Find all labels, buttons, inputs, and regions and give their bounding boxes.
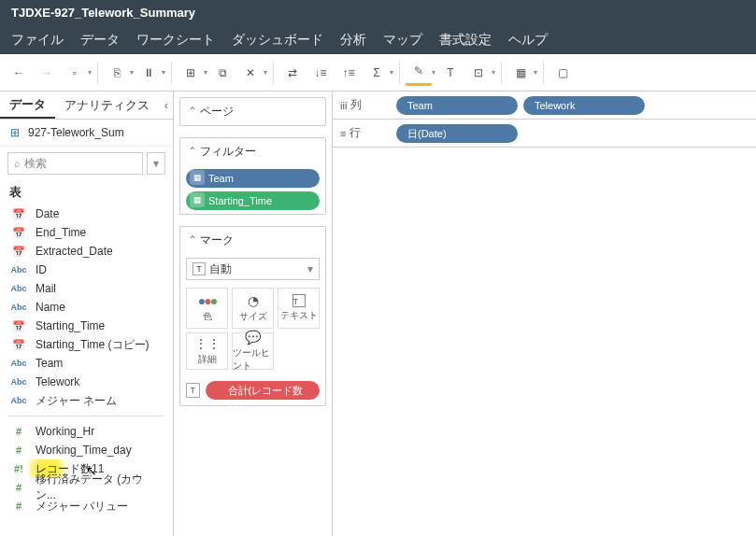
- redo-button[interactable]: →: [34, 60, 60, 86]
- pause-button[interactable]: ⏸: [136, 60, 162, 86]
- label-button[interactable]: T: [437, 60, 464, 86]
- field-label: Name: [36, 301, 65, 314]
- cards-column: ページ フィルター ▦Team▦Starting_Time マーク T 自動 ▾…: [174, 92, 333, 536]
- mark-color-button[interactable]: ●●●色: [186, 288, 228, 329]
- field-item[interactable]: AbcID: [0, 261, 173, 279]
- mark-text-button[interactable]: Tテキスト: [278, 288, 320, 329]
- presentation-button[interactable]: ▢: [549, 60, 576, 86]
- size-icon: ◔: [248, 293, 259, 308]
- field-type-icon: 📅: [9, 227, 28, 239]
- field-type-icon: Abc: [9, 284, 28, 293]
- field-item[interactable]: 📅Date: [0, 205, 173, 223]
- tables-heading: 表: [0, 180, 173, 205]
- field-type-icon: Abc: [9, 265, 28, 275]
- field-type-icon: #: [9, 444, 28, 456]
- canvas[interactable]: [333, 148, 756, 536]
- text-mark-pill[interactable]: 合計(レコード数11): [206, 381, 320, 400]
- menu-file[interactable]: ファイル: [11, 32, 64, 49]
- mark-tooltip-button[interactable]: 💬ツールヒント: [232, 332, 274, 370]
- menu-map[interactable]: マップ: [383, 32, 422, 49]
- mark-detail-button[interactable]: ⋮⋮詳細: [186, 332, 228, 370]
- filter-pill[interactable]: ▦Team: [186, 169, 320, 188]
- show-me-button[interactable]: ▦: [507, 60, 534, 86]
- text-mark-icon: T: [193, 262, 206, 275]
- highlight-button[interactable]: ✎: [406, 60, 432, 86]
- field-type-icon: Abc: [9, 377, 28, 387]
- clear-button[interactable]: ✕: [237, 60, 264, 86]
- field-item[interactable]: #Working_Time_day: [0, 441, 173, 459]
- field-type-icon: Abc: [9, 396, 28, 405]
- row-pill[interactable]: 日(Date): [396, 124, 518, 143]
- column-pill[interactable]: Team: [396, 96, 518, 115]
- menu-format[interactable]: 書式設定: [439, 32, 492, 49]
- field-item[interactable]: 📅Extracted_Date: [0, 242, 173, 261]
- search-input[interactable]: ⌕ 検索: [7, 152, 143, 175]
- color-dots-icon: ●●●: [198, 293, 216, 308]
- marks-card: マーク T 自動 ▾ ●●●色 ◔サイズ Tテキスト ⋮⋮詳細 💬ツールヒント …: [179, 226, 326, 406]
- rows-icon: ≡: [340, 128, 346, 139]
- datasource-icon: ⊞: [7, 125, 22, 140]
- new-datasource-button[interactable]: ⎘: [104, 60, 130, 86]
- field-item[interactable]: #メジャー バリュー: [0, 497, 173, 515]
- filters-shelf[interactable]: フィルター ▦Team▦Starting_Time: [179, 137, 326, 215]
- field-label: Date: [36, 207, 59, 220]
- columns-shelf[interactable]: iii列 TeamTelework: [333, 92, 756, 120]
- field-label: Working_Hr: [36, 425, 94, 438]
- rows-shelf[interactable]: ≡行 日(Date): [333, 120, 756, 148]
- field-label: メジャー ネーム: [36, 393, 117, 409]
- datasource-name[interactable]: 927-Telework_Sum: [28, 126, 124, 139]
- new-sheet-button[interactable]: ⊞: [178, 60, 204, 86]
- field-label: Extracted_Date: [36, 245, 113, 258]
- text-encoding-icon: T: [186, 383, 200, 398]
- field-label: Starting_Time (コピー): [36, 337, 150, 353]
- field-item[interactable]: AbcMail: [0, 279, 173, 298]
- mark-size-button[interactable]: ◔サイズ: [232, 288, 274, 329]
- field-item[interactable]: 📅Starting_Time: [0, 317, 173, 335]
- tab-analytics[interactable]: アナリティクス: [55, 92, 159, 119]
- tab-data[interactable]: データ: [0, 92, 55, 119]
- field-type-icon: Abc: [9, 303, 28, 312]
- field-item[interactable]: AbcTelework: [0, 373, 173, 391]
- tooltip-icon: 💬: [245, 330, 261, 345]
- data-pane: データ アナリティクス ‹ ⊞ 927-Telework_Sum ⌕ 検索 ▾ …: [0, 92, 174, 536]
- menu-data[interactable]: データ: [80, 32, 120, 49]
- field-type-icon: #!: [9, 463, 28, 474]
- field-label: Team: [36, 357, 63, 370]
- save-button[interactable]: ▫: [62, 60, 88, 86]
- duplicate-button[interactable]: ⧉: [209, 60, 235, 86]
- text-icon: T: [292, 294, 306, 307]
- field-label: Working_Time_day: [36, 444, 132, 457]
- field-label: メジャー バリュー: [36, 499, 128, 515]
- menu-analysis[interactable]: 分析: [340, 32, 366, 49]
- pane-collapse-icon[interactable]: ‹: [159, 99, 174, 112]
- fit-button[interactable]: ⊡: [465, 60, 492, 86]
- pages-shelf[interactable]: ページ: [179, 97, 326, 126]
- column-pill[interactable]: Telework: [523, 96, 645, 115]
- field-type-icon: #: [9, 426, 28, 437]
- search-options-button[interactable]: ▾: [147, 152, 165, 175]
- field-item[interactable]: 📅End_Time: [0, 223, 173, 242]
- mark-type-select[interactable]: T 自動 ▾: [186, 258, 320, 280]
- sort-desc-button[interactable]: ↑≡: [335, 60, 362, 86]
- columns-icon: iii: [340, 100, 347, 111]
- field-item[interactable]: #Working_Hr: [0, 422, 173, 441]
- field-item[interactable]: AbcName: [0, 298, 173, 317]
- toolbar: ← → ▫▾ ⎘▾ ⏸▾ ⊞▾ ⧉ ✕▾ ⇄ ↓≡ ↑≡ Σ▾ ✎▾ T ⊡▾ …: [0, 54, 756, 92]
- field-item[interactable]: AbcTeam: [0, 354, 173, 373]
- field-item[interactable]: Abcメジャー ネーム: [0, 391, 173, 410]
- menu-worksheet[interactable]: ワークシート: [136, 32, 215, 49]
- field-label: Starting_Time: [36, 319, 105, 332]
- menu-dashboard[interactable]: ダッシュボード: [232, 32, 323, 49]
- totals-button[interactable]: Σ: [364, 60, 390, 86]
- field-type-icon: 📅: [9, 339, 28, 351]
- swap-button[interactable]: ⇄: [279, 60, 306, 86]
- field-item[interactable]: #移行済みデータ (カウン...: [0, 478, 173, 497]
- sort-asc-button[interactable]: ↓≡: [307, 60, 334, 86]
- filter-pill[interactable]: ▦Starting_Time: [186, 191, 320, 210]
- menu-help[interactable]: ヘルプ: [508, 32, 548, 49]
- field-type-icon: #: [9, 501, 28, 512]
- field-type-icon: #: [9, 482, 28, 493]
- field-item[interactable]: 📅Starting_Time (コピー): [0, 335, 173, 354]
- detail-icon: ⋮⋮: [194, 336, 221, 351]
- undo-button[interactable]: ←: [6, 60, 32, 86]
